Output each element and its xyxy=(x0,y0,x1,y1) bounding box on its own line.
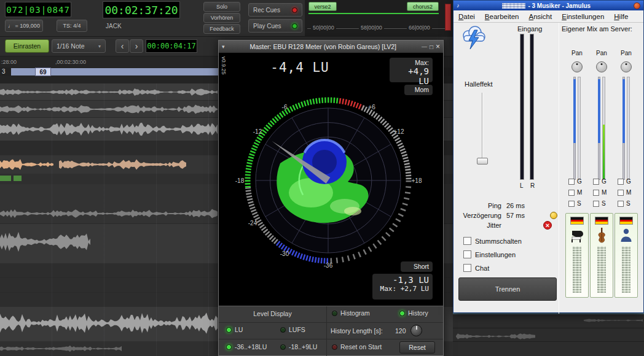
fader-fill[interactable] xyxy=(622,79,625,143)
audio-waveform xyxy=(584,317,643,324)
fader-fill[interactable] xyxy=(573,79,576,143)
settings-checkbox[interactable] xyxy=(463,250,471,258)
lufs-label: LUFS xyxy=(289,326,305,333)
app-icon: ♪ xyxy=(457,2,460,9)
pan-knob[interactable] xyxy=(596,61,607,72)
secondary-clock[interactable]: 00:00:04:17 xyxy=(146,39,197,53)
histogram-label: Histogram xyxy=(340,309,370,317)
grid-dropdown[interactable]: 1/16 Note ▾ xyxy=(52,39,106,53)
reset-on-start-radio[interactable]: Reset on Start xyxy=(332,343,382,350)
bbt-clock[interactable]: 072|03|0847 xyxy=(5,2,71,17)
audio-region xyxy=(14,176,22,181)
mini-timeline[interactable]: verse2 chorus2 50|00|00 58|00|00 66|00|0… xyxy=(305,0,453,37)
timecode-clock[interactable]: 00:02:37:20 xyxy=(103,1,180,18)
disconnect-button[interactable]: Trennen xyxy=(458,277,557,301)
menu-bearbeiten[interactable]: Bearbeiten xyxy=(480,11,524,22)
range-full-label: -36..+18LU xyxy=(235,343,267,350)
violin-icon xyxy=(594,227,609,243)
reset-button[interactable]: Reset xyxy=(399,341,435,354)
history-radio[interactable]: History xyxy=(399,309,428,317)
channel-meter xyxy=(627,77,630,180)
play-cues-label: Play Cues xyxy=(253,23,281,29)
delay-label: Verzögerung xyxy=(460,212,501,219)
play-cues-button[interactable]: Play Cues xyxy=(248,19,302,33)
audio-waveform xyxy=(0,309,218,338)
grid-value: 1/16 Note xyxy=(57,42,85,50)
chat-checkbox-label[interactable]: Chat xyxy=(475,265,489,272)
maximize-button[interactable]: □ xyxy=(430,44,433,50)
solo-strip-checkbox[interactable] xyxy=(618,201,624,207)
rec-cues-led xyxy=(292,7,297,13)
menu-hilfe[interactable]: Hilfe xyxy=(609,11,633,22)
ebu-meter-plugin-window: ▾ Master: EBU R128 Meter (von Robin Gare… xyxy=(218,40,444,356)
momentary-max-value: +4,9 LU xyxy=(393,66,429,86)
reverb-slider-track[interactable] xyxy=(482,93,483,163)
feedback-button[interactable]: Feedback xyxy=(203,24,240,34)
mute-strip-checkbox[interactable] xyxy=(618,190,624,196)
solo-strip-checkbox[interactable] xyxy=(568,201,575,207)
nav-next-button[interactable]: › xyxy=(130,39,143,53)
delay-value: 57 ms xyxy=(506,212,525,219)
chat-checkbox[interactable] xyxy=(463,264,471,272)
level-display-label: Level Display xyxy=(219,310,326,317)
solo-button[interactable]: Solo xyxy=(203,2,240,12)
rec-cues-button[interactable]: Rec Cues xyxy=(248,3,302,17)
jamulus-menubar: DateiBearbeitenAnsichtEinstellungenHilfe xyxy=(454,10,643,23)
time-signature-display[interactable]: TS: 4/4 xyxy=(57,20,87,32)
close-button[interactable]: × xyxy=(436,42,440,51)
range-zoom-label: -18..+9LU xyxy=(289,343,317,350)
loop-range-line xyxy=(308,13,439,14)
nav-prev-button[interactable]: ‹ xyxy=(116,39,129,53)
plugin-titlebar[interactable]: ▾ Master: EBU R128 Meter (von Robin Gare… xyxy=(219,41,443,53)
jamulus-titlebar[interactable]: ♪ - 3 Musiker - Jamulus xyxy=(454,1,643,10)
fader-fill[interactable] xyxy=(598,79,600,143)
mute-strip-checkbox[interactable] xyxy=(568,190,575,196)
menu-einstellungen[interactable]: Einstellungen xyxy=(557,11,609,22)
lu-radio[interactable]: LU xyxy=(226,326,243,333)
audio-waveform xyxy=(0,85,218,99)
censored-musician-name xyxy=(597,246,606,293)
window-menu-icon[interactable]: ▾ xyxy=(222,44,225,50)
marker-chorus2[interactable]: chorus2 xyxy=(407,2,439,11)
histogram-radio[interactable]: Histogram xyxy=(332,309,370,317)
channel-meter-fill xyxy=(603,125,605,179)
group-checkbox[interactable] xyxy=(593,179,599,185)
censored-musician-name xyxy=(573,246,581,293)
lufs-radio[interactable]: LUFS xyxy=(280,326,305,333)
range-full-radio[interactable]: -36..+18LU xyxy=(226,343,267,350)
pan-knob[interactable] xyxy=(571,61,583,72)
ruler-timecode-label: :28:00 xyxy=(1,59,17,65)
jamulus-window: ♪ - 3 Musiker - Jamulus DateiBearbeitenA… xyxy=(453,0,644,313)
bar-number-box[interactable]: 69 xyxy=(35,68,51,76)
audio-region-waveform xyxy=(0,157,54,172)
menu-ansicht[interactable]: Ansicht xyxy=(524,11,557,22)
menu-datei[interactable]: Datei xyxy=(454,11,480,22)
range-zoom-radio[interactable]: -18..+9LU xyxy=(280,343,317,350)
monitor-button[interactable]: Vorhören xyxy=(203,13,240,23)
ruler-mark: 66|00|00 xyxy=(407,25,432,31)
reverb-slider-handle[interactable] xyxy=(477,158,488,164)
reset-on-start-label: Reset on Start xyxy=(340,343,382,350)
mute-checkbox[interactable] xyxy=(463,237,471,245)
sync-source-button[interactable]: JACK xyxy=(106,23,122,29)
group-checkbox[interactable] xyxy=(568,179,575,185)
jamulus-window-title: - 3 Musiker - Jamulus xyxy=(528,2,591,9)
solo-strip-checkbox[interactable] xyxy=(593,201,599,207)
short-value: -1,3 LU xyxy=(376,275,429,285)
settings-checkbox-label[interactable]: Einstellungen xyxy=(475,251,516,258)
pan-knob[interactable] xyxy=(621,61,632,72)
history-length-knob[interactable] xyxy=(410,325,422,336)
shade-button[interactable]: — xyxy=(422,44,427,50)
tempo-display[interactable]: ♩ = 109,000 xyxy=(5,20,43,32)
snap-button[interactable]: Einrasten xyxy=(5,39,49,53)
pan-label: Pan xyxy=(594,50,609,56)
group-checkbox[interactable] xyxy=(618,179,624,185)
momentary-tag: Mom xyxy=(404,85,433,95)
marker-verse2[interactable]: verse2 xyxy=(308,2,337,11)
close-button[interactable] xyxy=(634,2,640,9)
mute-strip-checkbox[interactable] xyxy=(593,190,599,196)
dial-label: -36 xyxy=(324,262,333,269)
plugin-footer: Level Display Histogram History LU LUFS … xyxy=(219,306,443,355)
dial-label: -30 xyxy=(280,250,289,257)
mute-checkbox-label[interactable]: Stummschalten xyxy=(475,238,522,245)
